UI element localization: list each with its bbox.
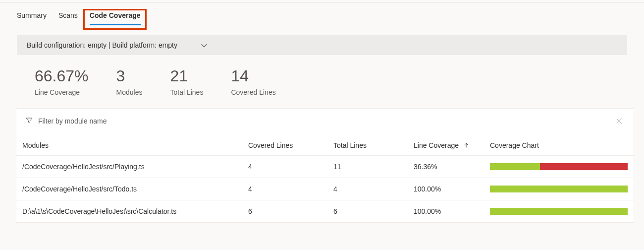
filter-icon xyxy=(25,117,33,126)
metric-value: 21 xyxy=(170,67,203,85)
cell-total: 4 xyxy=(329,178,410,200)
sort-ascending-icon xyxy=(464,141,469,149)
col-header-total[interactable]: Total Lines xyxy=(329,136,410,156)
cell-total: 6 xyxy=(329,200,410,223)
cell-covered: 4 xyxy=(244,156,329,178)
cell-covered: 4 xyxy=(244,178,329,200)
metric-line-coverage: 66.67% Line Coverage xyxy=(35,67,89,96)
metric-covered-lines: 14 Covered Lines xyxy=(231,67,275,96)
filter-input[interactable] xyxy=(38,117,609,125)
cell-total: 11 xyxy=(329,156,410,178)
coverage-table: Modules Covered Lines Total Lines Line C… xyxy=(16,136,634,223)
coverage-bar xyxy=(490,186,628,192)
cell-chart xyxy=(486,178,634,200)
cell-chart xyxy=(486,156,634,178)
cell-covered: 6 xyxy=(244,200,329,223)
metric-label: Covered Lines xyxy=(231,88,275,96)
cell-module: /CodeCoverage/HelloJest/src/Playing.ts xyxy=(16,156,244,178)
cell-coverage: 36.36% xyxy=(410,156,486,178)
tab-code-coverage[interactable]: Code Coverage xyxy=(90,9,141,25)
coverage-bar xyxy=(490,208,628,215)
metric-label: Modules xyxy=(116,88,143,96)
cell-chart xyxy=(486,200,634,223)
col-header-coverage[interactable]: Line Coverage xyxy=(410,136,486,156)
metrics-row: 66.67% Line Coverage 3 Modules 21 Total … xyxy=(0,55,644,108)
tab-scans[interactable]: Scans xyxy=(58,9,78,25)
cell-coverage: 100.00% xyxy=(410,178,486,200)
filter-row xyxy=(16,109,634,136)
metric-total-lines: 21 Total Lines xyxy=(170,67,203,96)
col-header-covered[interactable]: Covered Lines xyxy=(244,136,329,156)
tab-summary[interactable]: Summary xyxy=(17,9,47,25)
coverage-bar xyxy=(490,163,628,170)
col-header-coverage-label: Line Coverage xyxy=(414,141,459,149)
metric-value: 3 xyxy=(116,67,143,85)
coverage-table-panel: Modules Covered Lines Total Lines Line C… xyxy=(16,108,634,223)
table-row[interactable]: /CodeCoverage/HelloJest/src/Todo.ts44100… xyxy=(16,178,634,200)
build-config-dropdown[interactable]: Build configuration: empty | Build platf… xyxy=(17,35,627,55)
table-row[interactable]: /CodeCoverage/HelloJest/src/Playing.ts41… xyxy=(16,156,634,178)
metric-modules: 3 Modules xyxy=(116,67,143,96)
metric-label: Total Lines xyxy=(170,88,203,96)
col-header-modules[interactable]: Modules xyxy=(16,136,244,156)
chevron-down-icon xyxy=(201,42,207,48)
build-config-text: Build configuration: empty | Build platf… xyxy=(27,41,177,49)
cell-module: D:\a\1\s\CodeCoverage\HelloJest\src\Calc… xyxy=(16,200,244,223)
col-header-chart: Coverage Chart xyxy=(486,136,634,156)
metric-label: Line Coverage xyxy=(35,88,89,96)
tabs-bar: Summary Scans Code Coverage xyxy=(0,2,644,25)
cell-coverage: 100.00% xyxy=(410,200,486,223)
close-icon[interactable] xyxy=(614,116,625,126)
table-row[interactable]: D:\a\1\s\CodeCoverage\HelloJest\src\Calc… xyxy=(16,200,634,223)
metric-value: 14 xyxy=(231,67,275,85)
cell-module: /CodeCoverage/HelloJest/src/Todo.ts xyxy=(16,178,244,200)
metric-value: 66.67% xyxy=(35,67,89,85)
